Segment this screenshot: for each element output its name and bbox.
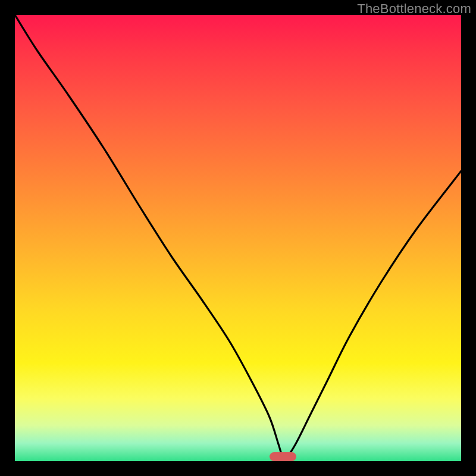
chart-frame: TheBottleneck.com (0, 0, 476, 476)
curve-path (15, 15, 461, 458)
plot-area (15, 15, 461, 461)
optimal-marker (270, 452, 296, 461)
bottleneck-curve (15, 15, 461, 461)
